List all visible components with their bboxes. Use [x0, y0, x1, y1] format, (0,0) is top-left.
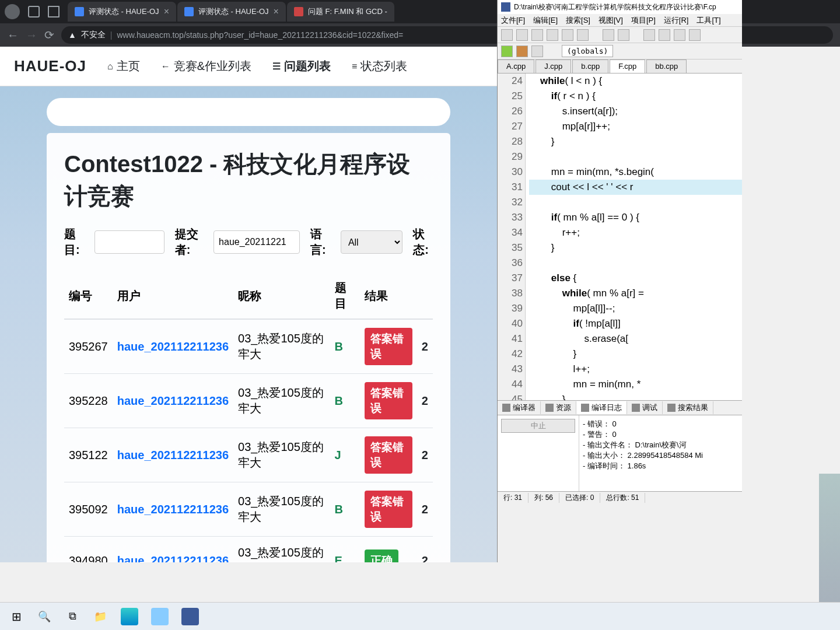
compile-icon[interactable] [501, 46, 513, 57]
menu-edit[interactable]: 编辑[E] [533, 15, 558, 26]
close-icon[interactable]: × [274, 6, 279, 17]
content-card: Contest1022 - 科技文化月程序设计竞赛 题目: 提交者: 语言: A… [47, 133, 450, 562]
brand-logo[interactable]: HAUE-OJ [14, 57, 86, 75]
table-row: 395122 haue_202112211236 03_热爱105度的牢大 J … [64, 428, 433, 482]
globals-dropdown[interactable]: (globals) [562, 45, 613, 57]
result-badge[interactable]: 答案错误 [365, 436, 412, 474]
result-badge[interactable]: 答案错误 [365, 328, 412, 365]
workspaces-icon[interactable] [28, 6, 40, 18]
user-link[interactable]: haue_202112211236 [117, 449, 229, 461]
menu-tools[interactable]: 工具[T] [696, 15, 720, 26]
cell-nick: 03_热爱105度的牢大 [233, 482, 330, 537]
open-icon[interactable] [516, 29, 528, 41]
nav-status[interactable]: ≡状态列表 [352, 58, 407, 74]
replace-icon[interactable] [659, 29, 670, 41]
col-problem: 题目 [330, 273, 360, 319]
profile-avatar[interactable] [5, 4, 20, 19]
save-icon[interactable] [531, 29, 543, 41]
log-icon [581, 404, 589, 412]
menu-project[interactable]: 项目[P] [631, 15, 656, 26]
redo-icon[interactable] [618, 29, 629, 41]
tab-3[interactable]: 问题 F: F.MIN 和 GCD - [287, 2, 394, 22]
compiler-icon [502, 404, 510, 412]
bookmark-icon[interactable] [689, 29, 701, 41]
forward-icon[interactable]: → [26, 29, 37, 42]
tab-overview-icon[interactable] [48, 6, 60, 18]
app-2[interactable] [147, 606, 173, 628]
col-id: 编号 [64, 273, 113, 319]
close-icon[interactable] [562, 29, 573, 41]
nav-problems[interactable]: ☰问题列表 [272, 58, 331, 74]
problem-link[interactable]: B [335, 394, 343, 407]
user-link[interactable]: haue_202112211236 [117, 394, 229, 407]
result-badge[interactable]: 正确 [365, 550, 398, 562]
file-tab[interactable]: J.cpp [536, 60, 571, 73]
tab-2[interactable]: 评测状态 - HAUE-OJ× [177, 2, 286, 22]
devcpp-statusbar: 行: 31 列: 56 已选择: 0 总行数: 51 [498, 491, 742, 504]
file-tab[interactable]: A.cpp [498, 60, 534, 73]
tab-label: 评测状态 - HAUE-OJ [89, 6, 159, 17]
user-link[interactable]: haue_202112211236 [117, 554, 229, 563]
search-button[interactable]: 🔍 [33, 606, 56, 627]
devcpp-titlebar[interactable]: D:\train\校赛\河南工程学院计算机学院科技文化程序设计比赛\F.cp [498, 0, 742, 14]
saveall-icon[interactable] [547, 29, 558, 41]
submitter-input[interactable] [214, 230, 300, 254]
run-icon[interactable] [516, 46, 528, 57]
tab-compiler[interactable]: 编译器 [498, 401, 541, 414]
problem-link[interactable]: B [335, 503, 343, 516]
nav-home[interactable]: ⌂主页 [107, 58, 140, 74]
tab-debug[interactable]: 调试 [627, 401, 663, 414]
problem-link[interactable]: E [335, 554, 342, 563]
search-input[interactable] [47, 98, 450, 126]
favicon-icon [184, 7, 194, 16]
site-navbar: HAUE-OJ ⌂主页 ←竞赛&作业列表 ☰问题列表 ≡状态列表 [0, 47, 497, 86]
code-area[interactable]: while( l < n ) { if( r < n ) { s.insert(… [526, 74, 742, 400]
file-tab[interactable]: F.cpp [610, 60, 645, 73]
home-icon: ⌂ [107, 61, 113, 72]
start-button[interactable]: ⊞ [5, 606, 28, 627]
tab-search-results[interactable]: 搜索结果 [663, 401, 713, 414]
problem-input[interactable] [94, 230, 164, 254]
cell-nick: 03_热爱105度的牢大 [233, 428, 330, 482]
devcpp-app[interactable] [177, 606, 203, 628]
refresh-icon[interactable]: ⟳ [44, 28, 54, 42]
menu-file[interactable]: 文件[F] [501, 15, 525, 26]
nav-contest[interactable]: ←竞赛&作业列表 [161, 58, 251, 74]
tab-compile-log[interactable]: 编译日志 [576, 401, 627, 414]
goto-icon[interactable] [674, 29, 685, 41]
close-icon[interactable]: × [164, 6, 169, 17]
explorer-button[interactable]: 📁 [89, 606, 112, 627]
new-icon[interactable] [501, 29, 513, 41]
code-editor[interactable]: 2425262728293031323334353637383940414243… [498, 74, 742, 400]
task-view-button[interactable]: ⧉ [61, 606, 84, 627]
language-select[interactable]: All [341, 230, 402, 254]
resources-icon [545, 404, 554, 412]
bottom-tabs: 编译器 资源 编译日志 调试 搜索结果 [498, 400, 742, 415]
print-icon[interactable] [577, 29, 589, 41]
page-viewport: HAUE-OJ ⌂主页 ←竞赛&作业列表 ☰问题列表 ≡状态列表 Contest… [0, 47, 497, 562]
user-link[interactable]: haue_202112211236 [117, 340, 229, 353]
back-icon[interactable]: ← [7, 29, 19, 42]
result-badge[interactable]: 答案错误 [365, 491, 412, 528]
menu-run[interactable]: 运行[R] [664, 15, 689, 26]
find-icon[interactable] [643, 29, 655, 41]
tab-resources[interactable]: 资源 [541, 401, 576, 414]
tab-1[interactable]: 评测状态 - HAUE-OJ× [68, 2, 176, 22]
cell-nick: 03_热爱105度的牢大 [233, 374, 330, 428]
menu-search[interactable]: 搜索[S] [566, 15, 590, 26]
menu-view[interactable]: 视图[V] [598, 15, 623, 26]
file-tab[interactable]: b.cpp [572, 60, 608, 73]
favicon-icon [75, 7, 84, 16]
debug-icon[interactable] [531, 46, 543, 57]
problem-link[interactable]: B [335, 340, 343, 353]
user-link[interactable]: haue_202112211236 [117, 503, 229, 516]
edge-app[interactable] [117, 606, 142, 628]
cell-nick: 03_热爱105度的牢大 [233, 319, 330, 374]
problem-link[interactable]: J [335, 449, 341, 461]
abort-button[interactable]: 中止 [501, 419, 575, 433]
undo-icon[interactable] [603, 29, 614, 41]
table-row: 395228 haue_202112211236 03_热爱105度的牢大 B … [64, 374, 433, 428]
file-tab[interactable]: bb.cpp [646, 60, 687, 73]
col-nick: 昵称 [233, 273, 330, 319]
result-badge[interactable]: 答案错误 [365, 382, 412, 419]
